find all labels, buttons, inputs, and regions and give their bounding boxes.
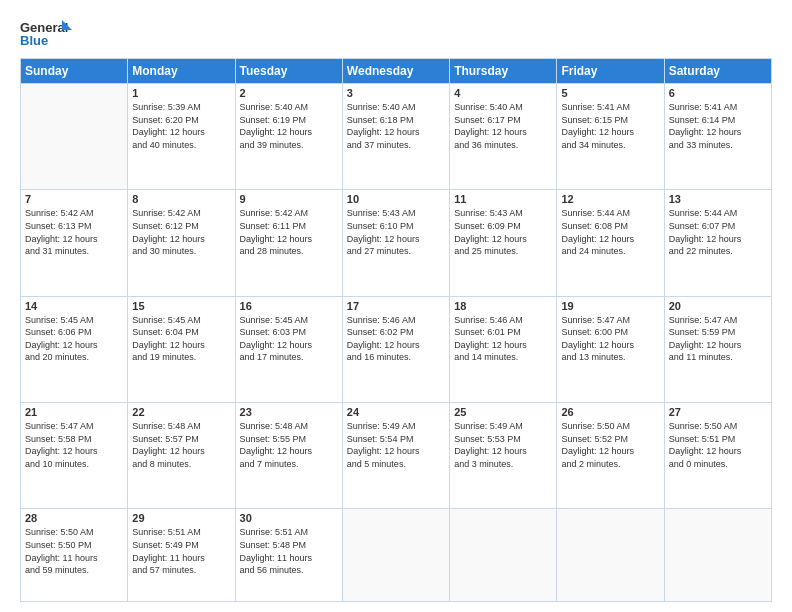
calendar-cell: 21Sunrise: 5:47 AMSunset: 5:58 PMDayligh… <box>21 403 128 509</box>
day-number: 3 <box>347 87 445 99</box>
day-number: 23 <box>240 406 338 418</box>
weekday-header-wednesday: Wednesday <box>342 59 449 84</box>
weekday-header-sunday: Sunday <box>21 59 128 84</box>
day-info: Sunrise: 5:44 AMSunset: 6:08 PMDaylight:… <box>561 207 659 257</box>
calendar-cell: 10Sunrise: 5:43 AMSunset: 6:10 PMDayligh… <box>342 190 449 296</box>
calendar-cell <box>664 509 771 602</box>
calendar-cell: 8Sunrise: 5:42 AMSunset: 6:12 PMDaylight… <box>128 190 235 296</box>
week-row-3: 14Sunrise: 5:45 AMSunset: 6:06 PMDayligh… <box>21 296 772 402</box>
day-info: Sunrise: 5:42 AMSunset: 6:11 PMDaylight:… <box>240 207 338 257</box>
calendar-cell: 9Sunrise: 5:42 AMSunset: 6:11 PMDaylight… <box>235 190 342 296</box>
day-number: 12 <box>561 193 659 205</box>
day-number: 22 <box>132 406 230 418</box>
calendar-cell: 28Sunrise: 5:50 AMSunset: 5:50 PMDayligh… <box>21 509 128 602</box>
day-info: Sunrise: 5:44 AMSunset: 6:07 PMDaylight:… <box>669 207 767 257</box>
calendar-cell: 7Sunrise: 5:42 AMSunset: 6:13 PMDaylight… <box>21 190 128 296</box>
calendar-cell: 19Sunrise: 5:47 AMSunset: 6:00 PMDayligh… <box>557 296 664 402</box>
day-number: 27 <box>669 406 767 418</box>
day-number: 7 <box>25 193 123 205</box>
calendar-cell <box>21 84 128 190</box>
day-info: Sunrise: 5:46 AMSunset: 6:01 PMDaylight:… <box>454 314 552 364</box>
logo-svg: GeneralBlue <box>20 18 75 48</box>
day-info: Sunrise: 5:43 AMSunset: 6:09 PMDaylight:… <box>454 207 552 257</box>
day-info: Sunrise: 5:49 AMSunset: 5:53 PMDaylight:… <box>454 420 552 470</box>
calendar-cell: 5Sunrise: 5:41 AMSunset: 6:15 PMDaylight… <box>557 84 664 190</box>
day-number: 16 <box>240 300 338 312</box>
weekday-header-saturday: Saturday <box>664 59 771 84</box>
calendar-cell: 23Sunrise: 5:48 AMSunset: 5:55 PMDayligh… <box>235 403 342 509</box>
weekday-header-monday: Monday <box>128 59 235 84</box>
calendar-cell: 17Sunrise: 5:46 AMSunset: 6:02 PMDayligh… <box>342 296 449 402</box>
calendar-cell: 11Sunrise: 5:43 AMSunset: 6:09 PMDayligh… <box>450 190 557 296</box>
weekday-header-row: SundayMondayTuesdayWednesdayThursdayFrid… <box>21 59 772 84</box>
day-info: Sunrise: 5:48 AMSunset: 5:55 PMDaylight:… <box>240 420 338 470</box>
calendar-cell: 18Sunrise: 5:46 AMSunset: 6:01 PMDayligh… <box>450 296 557 402</box>
calendar-cell: 30Sunrise: 5:51 AMSunset: 5:48 PMDayligh… <box>235 509 342 602</box>
calendar-cell <box>342 509 449 602</box>
logo: GeneralBlue <box>20 18 75 48</box>
day-number: 17 <box>347 300 445 312</box>
day-info: Sunrise: 5:51 AMSunset: 5:48 PMDaylight:… <box>240 526 338 576</box>
day-info: Sunrise: 5:40 AMSunset: 6:19 PMDaylight:… <box>240 101 338 151</box>
calendar-cell: 24Sunrise: 5:49 AMSunset: 5:54 PMDayligh… <box>342 403 449 509</box>
day-info: Sunrise: 5:41 AMSunset: 6:15 PMDaylight:… <box>561 101 659 151</box>
day-number: 4 <box>454 87 552 99</box>
calendar-cell: 16Sunrise: 5:45 AMSunset: 6:03 PMDayligh… <box>235 296 342 402</box>
day-number: 25 <box>454 406 552 418</box>
day-number: 9 <box>240 193 338 205</box>
calendar-cell: 3Sunrise: 5:40 AMSunset: 6:18 PMDaylight… <box>342 84 449 190</box>
week-row-4: 21Sunrise: 5:47 AMSunset: 5:58 PMDayligh… <box>21 403 772 509</box>
day-number: 14 <box>25 300 123 312</box>
day-info: Sunrise: 5:45 AMSunset: 6:03 PMDaylight:… <box>240 314 338 364</box>
day-info: Sunrise: 5:47 AMSunset: 5:58 PMDaylight:… <box>25 420 123 470</box>
calendar-cell: 20Sunrise: 5:47 AMSunset: 5:59 PMDayligh… <box>664 296 771 402</box>
day-info: Sunrise: 5:46 AMSunset: 6:02 PMDaylight:… <box>347 314 445 364</box>
day-number: 30 <box>240 512 338 524</box>
calendar-cell: 29Sunrise: 5:51 AMSunset: 5:49 PMDayligh… <box>128 509 235 602</box>
week-row-1: 1Sunrise: 5:39 AMSunset: 6:20 PMDaylight… <box>21 84 772 190</box>
day-info: Sunrise: 5:47 AMSunset: 6:00 PMDaylight:… <box>561 314 659 364</box>
day-info: Sunrise: 5:40 AMSunset: 6:18 PMDaylight:… <box>347 101 445 151</box>
day-number: 19 <box>561 300 659 312</box>
day-info: Sunrise: 5:39 AMSunset: 6:20 PMDaylight:… <box>132 101 230 151</box>
day-info: Sunrise: 5:45 AMSunset: 6:06 PMDaylight:… <box>25 314 123 364</box>
header: GeneralBlue <box>20 18 772 48</box>
day-info: Sunrise: 5:50 AMSunset: 5:51 PMDaylight:… <box>669 420 767 470</box>
day-number: 11 <box>454 193 552 205</box>
calendar-cell <box>557 509 664 602</box>
calendar-cell: 25Sunrise: 5:49 AMSunset: 5:53 PMDayligh… <box>450 403 557 509</box>
day-number: 15 <box>132 300 230 312</box>
day-info: Sunrise: 5:48 AMSunset: 5:57 PMDaylight:… <box>132 420 230 470</box>
calendar-cell: 13Sunrise: 5:44 AMSunset: 6:07 PMDayligh… <box>664 190 771 296</box>
calendar-cell: 27Sunrise: 5:50 AMSunset: 5:51 PMDayligh… <box>664 403 771 509</box>
day-info: Sunrise: 5:42 AMSunset: 6:12 PMDaylight:… <box>132 207 230 257</box>
calendar-cell: 2Sunrise: 5:40 AMSunset: 6:19 PMDaylight… <box>235 84 342 190</box>
day-number: 2 <box>240 87 338 99</box>
calendar-cell <box>450 509 557 602</box>
day-info: Sunrise: 5:51 AMSunset: 5:49 PMDaylight:… <box>132 526 230 576</box>
day-number: 10 <box>347 193 445 205</box>
calendar-cell: 14Sunrise: 5:45 AMSunset: 6:06 PMDayligh… <box>21 296 128 402</box>
calendar-cell: 4Sunrise: 5:40 AMSunset: 6:17 PMDaylight… <box>450 84 557 190</box>
week-row-5: 28Sunrise: 5:50 AMSunset: 5:50 PMDayligh… <box>21 509 772 602</box>
day-info: Sunrise: 5:40 AMSunset: 6:17 PMDaylight:… <box>454 101 552 151</box>
calendar-cell: 1Sunrise: 5:39 AMSunset: 6:20 PMDaylight… <box>128 84 235 190</box>
calendar-cell: 26Sunrise: 5:50 AMSunset: 5:52 PMDayligh… <box>557 403 664 509</box>
svg-text:Blue: Blue <box>20 33 48 48</box>
day-number: 20 <box>669 300 767 312</box>
day-number: 24 <box>347 406 445 418</box>
weekday-header-tuesday: Tuesday <box>235 59 342 84</box>
weekday-header-friday: Friday <box>557 59 664 84</box>
day-info: Sunrise: 5:42 AMSunset: 6:13 PMDaylight:… <box>25 207 123 257</box>
day-number: 29 <box>132 512 230 524</box>
day-number: 8 <box>132 193 230 205</box>
calendar-cell: 12Sunrise: 5:44 AMSunset: 6:08 PMDayligh… <box>557 190 664 296</box>
day-info: Sunrise: 5:50 AMSunset: 5:50 PMDaylight:… <box>25 526 123 576</box>
day-number: 18 <box>454 300 552 312</box>
day-number: 1 <box>132 87 230 99</box>
weekday-header-thursday: Thursday <box>450 59 557 84</box>
page: GeneralBlue SundayMondayTuesdayWednesday… <box>0 0 792 612</box>
day-number: 13 <box>669 193 767 205</box>
day-number: 28 <box>25 512 123 524</box>
day-info: Sunrise: 5:49 AMSunset: 5:54 PMDaylight:… <box>347 420 445 470</box>
